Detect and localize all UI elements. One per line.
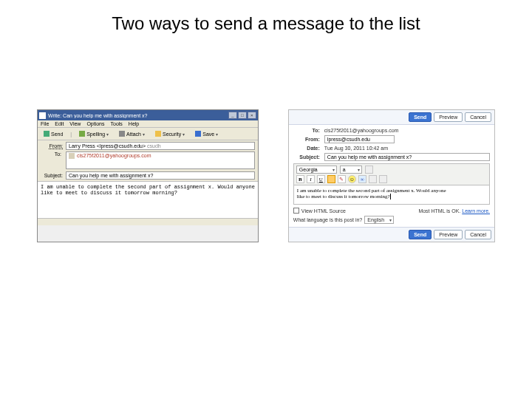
subject-value: Can you help me with assignment x? xyxy=(327,154,412,160)
highlight-button[interactable] xyxy=(327,175,335,183)
editor-footer: View HTML Source Most HTML is OK. Learn … xyxy=(293,208,490,224)
font-size-value: a xyxy=(343,167,346,172)
chevron-down-icon: ▾ xyxy=(216,132,218,137)
menu-file[interactable]: File xyxy=(41,121,49,126)
learn-more-link[interactable]: Learn more. xyxy=(462,208,490,214)
link-button[interactable]: ∞ xyxy=(358,175,366,183)
minimize-button[interactable]: _ xyxy=(228,112,237,119)
message-body[interactable]: I am unable to complete the second part … xyxy=(38,181,258,218)
maximize-button[interactable]: □ xyxy=(238,112,247,119)
attach-button[interactable]: Attach ▾ xyxy=(116,129,148,138)
body-line-1: I am unable to complete the second part … xyxy=(297,188,486,194)
slide-title: Two ways to send a message to the list xyxy=(0,0,532,34)
italic-button[interactable]: I xyxy=(307,175,315,183)
save-label: Save xyxy=(202,132,214,137)
send-label: Send xyxy=(51,132,63,137)
toolbar-sep: | xyxy=(70,132,72,137)
from-value: lpress@csudh.edu xyxy=(327,137,370,142)
font-family-select[interactable]: Georgia xyxy=(296,166,337,174)
desktop-mail-window: Write: Can you help me with assignment x… xyxy=(37,109,259,242)
subject-label: Subject: xyxy=(41,173,63,178)
preview-button[interactable]: Preview xyxy=(434,230,463,239)
security-label: Security xyxy=(163,132,181,137)
to-label[interactable]: To: xyxy=(41,151,63,169)
security-button[interactable]: Security ▾ xyxy=(152,129,188,138)
body-line-2: like to meet to discuss it tomorrow morn… xyxy=(297,194,486,200)
menu-options[interactable]: Options xyxy=(86,121,104,126)
from-field[interactable]: lpress@csudh.edu xyxy=(324,135,395,143)
font-color-button[interactable] xyxy=(365,166,373,174)
body-line-1: I am unable to complete the second part … xyxy=(41,184,255,190)
subject-value: Can you help me with assignment x? xyxy=(69,173,153,178)
preview-button[interactable]: Preview xyxy=(434,112,463,122)
to-field[interactable]: cis275f2011@yahoogroups.com xyxy=(66,151,255,169)
from-name: Larry Press xyxy=(69,143,95,149)
menu-help[interactable]: Help xyxy=(129,121,139,126)
chevron-down-icon: ▾ xyxy=(183,132,185,137)
view-html-checkbox[interactable] xyxy=(293,208,299,214)
spelling-label: Spelling xyxy=(86,132,105,137)
panels-row: Write: Can you help me with assignment x… xyxy=(37,109,495,242)
send-button[interactable]: Send xyxy=(409,112,432,122)
bottom-action-bar: Send Preview Cancel xyxy=(289,227,494,242)
close-button[interactable]: × xyxy=(248,112,256,119)
font-size-select[interactable]: a xyxy=(340,166,362,174)
from-field[interactable]: Larry Press <lpress@csudh.edu> csudh xyxy=(66,142,255,150)
send-button[interactable]: Send xyxy=(409,230,432,239)
list-button[interactable] xyxy=(369,175,377,183)
status-bar xyxy=(38,218,258,225)
save-button[interactable]: Save ▾ xyxy=(192,129,221,138)
date-value: Tue Aug 30, 2011 10:42 am xyxy=(324,146,490,151)
clear-format-button[interactable]: ✎ xyxy=(338,175,346,183)
font-family-value: Georgia xyxy=(299,167,318,172)
menu-view[interactable]: View xyxy=(69,121,81,126)
menu-tools[interactable]: Tools xyxy=(111,121,123,126)
view-html-label: View HTML Source xyxy=(301,208,346,214)
indent-button[interactable] xyxy=(379,175,387,183)
from-label: From: xyxy=(293,137,320,142)
underline-button[interactable]: U xyxy=(317,175,325,183)
window-title: Write: Can you help me with assignment x… xyxy=(48,113,228,118)
emoji-button[interactable]: ☺ xyxy=(348,175,356,183)
rich-text-toolbar: Georgia a B I U ✎ ☺ ∞ xyxy=(293,163,490,185)
menu-bar: File Edit View Options Tools Help xyxy=(38,120,258,128)
from-address: <lpress@csudh.edu> xyxy=(97,143,146,149)
attach-label: Attach xyxy=(126,132,141,137)
send-button[interactable]: Send xyxy=(41,129,66,138)
send-icon xyxy=(44,131,50,137)
to-label: To: xyxy=(293,128,320,133)
to-value: cis275f2011@yahoogroups.com xyxy=(77,153,151,158)
from-label: From: xyxy=(41,143,63,149)
subject-field[interactable]: Can you help me with assignment x? xyxy=(66,171,255,180)
disk-icon xyxy=(195,131,201,137)
cancel-button[interactable]: Cancel xyxy=(465,112,491,122)
text-cursor xyxy=(390,194,391,200)
lock-icon xyxy=(155,131,161,137)
date-label: Date: xyxy=(293,146,320,151)
spellcheck-icon xyxy=(79,131,85,137)
address-block: From: Larry Press <lpress@csudh.edu> csu… xyxy=(38,140,258,181)
to-value: cis275f2011@yahoogroups.com xyxy=(324,128,490,133)
language-question: What language is this post in? xyxy=(293,217,362,222)
message-body[interactable]: I am unable to complete the second part … xyxy=(293,185,490,205)
html-ok-note: Most HTML is OK. xyxy=(418,208,460,214)
from-account-suffix: csudh xyxy=(147,143,161,149)
subject-field[interactable]: Can you help me with assignment x? xyxy=(324,153,490,161)
contact-icon xyxy=(69,153,75,159)
chevron-down-icon: ▾ xyxy=(143,132,145,137)
form-body: To: cis275f2011@yahoogroups.com From: lp… xyxy=(289,125,494,227)
menu-edit[interactable]: Edit xyxy=(55,121,64,126)
toolbar: Send | Spelling ▾ Attach ▾ Security ▾ Sa… xyxy=(38,128,258,140)
window-titlebar: Write: Can you help me with assignment x… xyxy=(38,110,258,120)
bold-button[interactable]: B xyxy=(296,175,304,183)
top-action-bar: Send Preview Cancel xyxy=(289,110,494,125)
chevron-down-icon: ▾ xyxy=(106,132,109,137)
language-select[interactable]: English xyxy=(364,216,394,224)
cancel-button[interactable]: Cancel xyxy=(465,230,491,239)
language-value: English xyxy=(367,217,384,222)
spelling-button[interactable]: Spelling ▾ xyxy=(76,129,112,138)
paperclip-icon xyxy=(119,131,125,137)
to-label-text: To: xyxy=(55,151,61,157)
web-post-form: Send Preview Cancel To: cis275f2011@yaho… xyxy=(288,109,495,242)
mail-icon xyxy=(39,112,46,119)
